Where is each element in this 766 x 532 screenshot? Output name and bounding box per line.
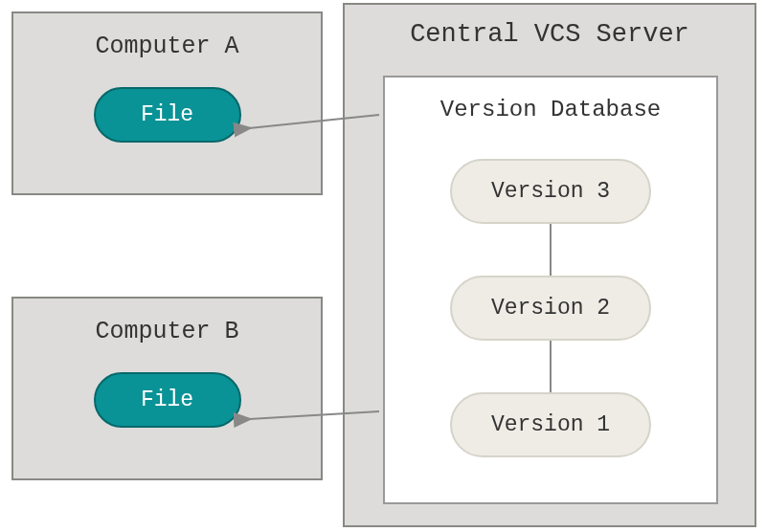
- file-pill-b: File: [94, 372, 241, 428]
- file-pill-a: File: [94, 87, 241, 143]
- file-label-b: File: [141, 388, 193, 412]
- server-title: Central VCS Server: [345, 20, 755, 49]
- version-3-pill: Version 3: [450, 159, 651, 224]
- version-3-label: Version 3: [491, 179, 610, 204]
- version-2-pill: Version 2: [450, 276, 651, 341]
- version-1-pill: Version 1: [450, 392, 651, 457]
- file-label-a: File: [141, 102, 193, 127]
- computer-b-title: Computer B: [13, 318, 321, 345]
- connector-icon: [550, 224, 552, 276]
- server-box: Central VCS Server Version Database Vers…: [343, 3, 756, 527]
- version-2-label: Version 2: [491, 296, 610, 321]
- version-1-label: Version 1: [491, 412, 610, 437]
- version-database-box: Version Database Version 3 Version 2 Ver…: [383, 76, 718, 504]
- computer-b-box: Computer B File: [11, 297, 323, 480]
- computer-a-title: Computer A: [13, 33, 321, 60]
- version-database-title: Version Database: [385, 97, 716, 122]
- computer-a-box: Computer A File: [11, 11, 323, 195]
- connector-icon: [550, 341, 552, 392]
